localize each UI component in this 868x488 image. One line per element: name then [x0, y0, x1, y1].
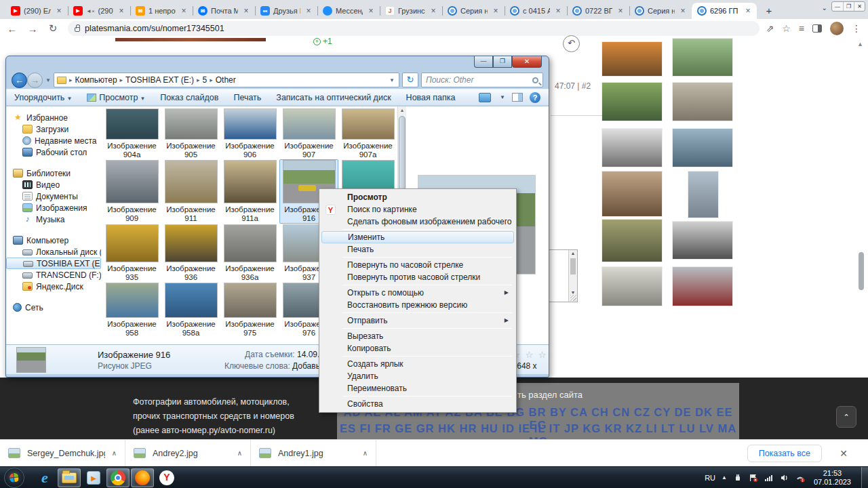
- address-bar[interactable]: platesmania.com/su/nomer17345501: [68, 21, 760, 36]
- file-thumbnail[interactable]: [106, 109, 158, 139]
- file-thumbnail[interactable]: [342, 109, 394, 139]
- browser-tab[interactable]: с 0415 А×: [505, 3, 567, 19]
- street-red-bus-photo[interactable]: [688, 171, 718, 218]
- file-item[interactable]: Изображение 907: [279, 108, 338, 159]
- menu-item-поиск[interactable]: YПоиск по картинке: [321, 203, 514, 216]
- taskbar-chrome-button[interactable]: [106, 468, 130, 487]
- toolbar-печать-button[interactable]: Печать: [233, 93, 261, 102]
- reading-list-icon[interactable]: ≡: [799, 23, 804, 34]
- taskbar-explorer-button[interactable]: [58, 468, 81, 487]
- file-item[interactable]: Изображение 904a: [102, 108, 161, 159]
- window-maximize-button[interactable]: ❐: [493, 56, 512, 68]
- download-item[interactable]: Andrey1.jpg∧: [251, 440, 376, 467]
- explorer-back-button[interactable]: ←: [12, 73, 27, 88]
- sidebar-item-сеть[interactable]: Сеть: [6, 302, 101, 313]
- view-dropdown-caret-icon[interactable]: ▼: [500, 94, 505, 100]
- bookmark-star-icon[interactable]: ☆: [782, 23, 791, 34]
- toolbar-просмотр-button[interactable]: Просмотр▼: [87, 93, 145, 102]
- file-thumbnail[interactable]: [106, 225, 158, 262]
- downloads-close-icon[interactable]: ✕: [840, 448, 848, 459]
- menu-item-удалить[interactable]: Удалить: [321, 370, 514, 382]
- preview-pane-toggle-icon[interactable]: [512, 93, 523, 102]
- download-caret-icon[interactable]: ∧: [363, 449, 368, 457]
- breadcrumb-dropdown-icon[interactable]: ▼: [389, 77, 396, 83]
- toolbar-упорядочить-button[interactable]: Упорядочить▼: [14, 93, 72, 102]
- toolbar-показ-button[interactable]: Показ слайдов: [160, 93, 218, 102]
- tab-close-icon[interactable]: ×: [117, 6, 126, 16]
- browser-tab[interactable]: 0722 ВП×: [567, 3, 629, 19]
- file-thumbnail[interactable]: [165, 225, 217, 262]
- browser-tab[interactable]: ✉1 непроч×: [130, 3, 193, 19]
- bw-old-car-photo[interactable]: [673, 222, 732, 259]
- resize-grip-icon[interactable]: [570, 295, 576, 301]
- show-desktop-button[interactable]: [861, 467, 868, 488]
- browser-restore-button[interactable]: ❐: [843, 2, 854, 11]
- window-close-button[interactable]: ✕: [512, 56, 542, 68]
- file-thumbnail[interactable]: [106, 283, 158, 317]
- tab-close-icon[interactable]: ×: [553, 6, 563, 16]
- breadcrumb-segment[interactable]: TOSHIBA EXT (E:): [125, 75, 194, 85]
- scrollbar-thumb[interactable]: [570, 258, 576, 274]
- file-item[interactable]: Изображение 975: [220, 282, 279, 338]
- explorer-titlebar[interactable]: — ❐ ✕: [6, 56, 549, 71]
- sidebar-item-документы[interactable]: Документы: [6, 190, 101, 202]
- olive-lada-photo[interactable]: [602, 220, 662, 262]
- orange-car-photo[interactable]: [602, 42, 662, 76]
- browser-tab[interactable]: ✉Почта Ма×: [193, 3, 255, 19]
- breadcrumb-segment[interactable]: Компьютер: [75, 75, 117, 85]
- window-minimize-button[interactable]: —: [474, 56, 493, 68]
- file-item[interactable]: Изображение 958a: [161, 282, 220, 338]
- menu-item-копировать[interactable]: Копировать: [321, 342, 514, 354]
- file-item[interactable]: Изображение 905: [161, 108, 220, 159]
- browser-tab[interactable]: вкДрузья И×: [255, 3, 317, 19]
- tab-close-icon[interactable]: ×: [678, 6, 688, 16]
- sidebar-item-рабочий-стол[interactable]: Рабочий стол: [6, 146, 101, 158]
- browser-tab[interactable]: Серия но×: [442, 3, 505, 19]
- download-item[interactable]: Sergey_Demchuk.jpg∧: [0, 440, 125, 467]
- taskbar-media-player-button[interactable]: ▶: [82, 468, 105, 487]
- green-car-rear-photo[interactable]: [673, 39, 732, 76]
- menu-item-повернуть[interactable]: Повернуть против часовой стрелки: [321, 271, 514, 283]
- file-item[interactable]: Изображение 911a: [220, 159, 279, 224]
- browser-tab[interactable]: 6296 ГП×: [692, 3, 757, 19]
- new-tab-button[interactable]: +: [761, 2, 777, 18]
- file-thumbnail[interactable]: [106, 161, 158, 203]
- start-button[interactable]: [4, 468, 24, 488]
- sidebar-item-изображения[interactable]: Изображения: [6, 202, 101, 214]
- browser-tab[interactable]: ▶(290) Ел×: [5, 3, 68, 19]
- refresh-button[interactable]: ↻: [402, 73, 418, 87]
- menu-item-восстановить[interactable]: Восстановить прежнюю версию: [321, 299, 514, 311]
- history-dropdown-icon[interactable]: ▼: [45, 77, 51, 83]
- file-thumbnail[interactable]: [283, 109, 335, 139]
- sidebar-item-transcend-f-[interactable]: TRANSCEND (F:): [6, 269, 101, 281]
- download-item[interactable]: Andrey2.jpg∧: [125, 440, 251, 467]
- file-thumbnail[interactable]: [224, 161, 276, 203]
- taskbar-clock[interactable]: 21:53 07.01.2023: [814, 469, 851, 487]
- tab-close-icon[interactable]: ×: [429, 6, 438, 16]
- back-icon[interactable]: ←: [4, 20, 20, 37]
- device-alert-icon[interactable]: [795, 473, 805, 483]
- browser-close-button[interactable]: ✕: [854, 2, 865, 11]
- breadcrumb[interactable]: ▸Компьютер▸TOSHIBA EXT (E:)▸5▸Other▼: [54, 73, 399, 87]
- blue-sedan-photo[interactable]: [673, 129, 732, 167]
- change-view-icon[interactable]: [479, 93, 491, 102]
- sidebar-item-загрузки[interactable]: Загрузки: [6, 123, 101, 135]
- sidebar-item-локальный-диск-c[interactable]: Локальный диск (C: [6, 246, 101, 258]
- browser-tab[interactable]: Мессенд×: [317, 3, 380, 19]
- comment-box[interactable]: ▲ ▼: [547, 249, 578, 302]
- menu-item-отправить[interactable]: Отправить▶: [321, 314, 514, 327]
- breadcrumb-segment[interactable]: 5: [203, 75, 208, 85]
- sidebar-item-избранное[interactable]: ★Избранное: [6, 112, 101, 123]
- file-item[interactable]: Изображение 911: [161, 159, 220, 224]
- toolbar-новая-button[interactable]: Новая папка: [406, 93, 456, 102]
- browser-tab[interactable]: Серия но×: [629, 3, 692, 19]
- red-car-yard-photo[interactable]: [673, 267, 732, 306]
- explorer-forward-button[interactable]: →: [27, 73, 43, 88]
- file-item[interactable]: Изображение 909: [102, 159, 161, 224]
- file-thumbnail[interactable]: [224, 283, 276, 317]
- file-thumbnail[interactable]: [224, 225, 276, 262]
- tab-close-icon[interactable]: ×: [366, 6, 376, 16]
- browser-tab[interactable]: JГрузинск×: [380, 3, 442, 19]
- taskbar-yandex-button[interactable]: Y: [155, 468, 178, 487]
- tab-close-icon[interactable]: ×: [54, 6, 64, 16]
